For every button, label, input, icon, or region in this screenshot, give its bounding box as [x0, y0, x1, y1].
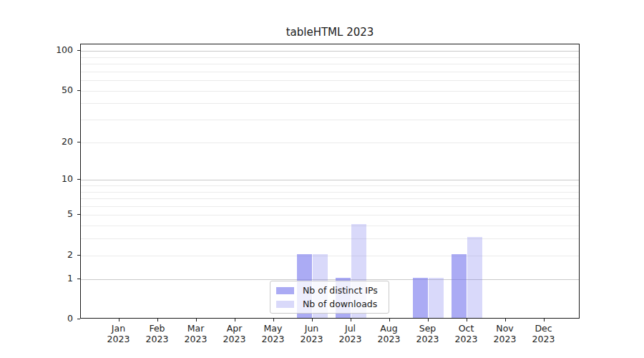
chart-title: tableHTML 2023 [80, 26, 580, 39]
y-tick-mark [77, 255, 80, 256]
y-tick-mark [77, 214, 80, 215]
y-tick-mark [77, 50, 80, 51]
gridline-minor [81, 226, 579, 226]
gridline-major [81, 279, 579, 280]
x-tick-label-feb: Feb 2023 [136, 323, 179, 344]
y-tick-mark [77, 90, 80, 91]
chart-figure: tableHTML 2023 Nb of distinct IPsNb of d… [0, 0, 644, 358]
legend-swatch [276, 287, 294, 294]
gridline-minor [81, 72, 579, 72]
x-tick-label-dec: Dec 2023 [522, 323, 565, 344]
legend-swatch [276, 301, 294, 308]
y-tick-mark [77, 142, 80, 142]
x-tick-label-oct: Oct 2023 [445, 323, 488, 344]
gridline-major [81, 51, 579, 52]
x-tick-mark [389, 319, 390, 321]
bar-nb-of-distinct-ips-sep [413, 278, 429, 318]
legend-label: Nb of distinct IPs [303, 285, 378, 296]
gridline-minor [81, 64, 579, 64]
gridline-minor [81, 185, 579, 186]
y-tick-label: 10 [42, 173, 73, 185]
y-tick-label: 0 [42, 313, 73, 324]
x-tick-mark [544, 319, 545, 321]
x-tick-mark [428, 319, 429, 321]
gridline-minor [81, 198, 579, 199]
x-tick-label-jul: Jul 2023 [329, 323, 372, 344]
plot-area [80, 44, 580, 319]
y-tick-label: 1 [42, 273, 73, 284]
x-tick-label-mar: Mar 2023 [175, 323, 218, 344]
x-tick-label-may: May 2023 [252, 323, 295, 344]
gridline-minor [81, 238, 579, 239]
y-tick-label: 100 [42, 44, 73, 56]
x-tick-label-aug: Aug 2023 [368, 323, 411, 344]
x-tick-mark [157, 319, 158, 321]
gridline-minor [81, 91, 579, 92]
y-tick-label: 5 [42, 208, 73, 220]
legend-label: Nb of downloads [303, 299, 377, 309]
bar-nb-of-distinct-ips-oct [452, 254, 467, 318]
gridline-minor [81, 192, 579, 193]
gridline-minor [81, 120, 579, 120]
x-tick-mark [196, 319, 197, 321]
y-tick-label: 2 [42, 249, 73, 261]
gridline-minor [81, 103, 579, 104]
gridline-minor [81, 206, 579, 207]
gridline-minor [81, 256, 579, 256]
y-tick-label: 20 [42, 136, 73, 147]
y-tick-mark [77, 279, 80, 279]
y-tick-mark [77, 319, 80, 319]
gridline-minor [81, 142, 579, 143]
bar-nb-of-downloads-oct [467, 237, 483, 318]
x-tick-mark [351, 319, 351, 321]
x-tick-label-nov: Nov 2023 [484, 323, 527, 344]
gridline-minor [81, 80, 579, 81]
legend-item: Nb of downloads [276, 299, 383, 309]
x-tick-mark [119, 319, 119, 321]
x-tick-mark [235, 319, 235, 321]
x-tick-mark [273, 319, 274, 321]
legend: Nb of distinct IPsNb of downloads [270, 281, 389, 314]
x-tick-label-jan: Jan 2023 [97, 323, 140, 344]
x-tick-mark [467, 319, 467, 321]
gridline-minor [81, 57, 579, 58]
x-tick-mark [312, 319, 313, 321]
x-tick-label-jun: Jun 2023 [291, 323, 333, 344]
x-tick-label-sep: Sep 2023 [406, 323, 449, 344]
legend-item: Nb of distinct IPs [276, 285, 383, 296]
bar-nb-of-downloads-sep [429, 278, 444, 318]
x-tick-label-apr: Apr 2023 [213, 323, 256, 344]
gridline-major [81, 180, 579, 180]
y-tick-label: 50 [42, 84, 73, 96]
gridline-minor [81, 215, 579, 216]
y-tick-mark [77, 179, 80, 180]
x-tick-mark [505, 319, 506, 321]
